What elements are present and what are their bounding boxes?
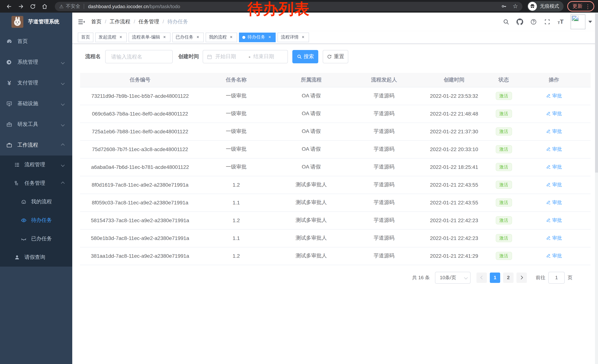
help-icon[interactable] [530, 18, 537, 25]
sidebar-item-label: 研发工具 [17, 121, 38, 128]
approve-link[interactable]: 审批 [546, 217, 562, 224]
sidebar-item-label: 我的流程 [31, 198, 52, 205]
cell-process: 测试多审批人 [272, 194, 350, 211]
cell-task-name: 1.1 [200, 229, 272, 247]
cell-status: 激活 [490, 140, 517, 158]
date-range-picker[interactable]: 开始日期 - 结束日期 [203, 50, 288, 63]
approve-link[interactable]: 审批 [546, 110, 562, 117]
sidebar-item-system[interactable]: 系统管理 [0, 52, 72, 73]
process-name-input[interactable] [105, 50, 173, 63]
key-icon[interactable] [501, 3, 507, 9]
screenshot-stage: ⚠ 不安全 dashboard.yudao.iocoder.cn/bpm/tas… [0, 0, 598, 364]
reload-icon[interactable] [27, 1, 38, 11]
status-badge: 激活 [496, 127, 512, 136]
close-icon[interactable] [300, 35, 306, 40]
breadcrumb-task-mgmt[interactable]: 任务管理 [139, 18, 167, 25]
approve-link[interactable]: 审批 [546, 93, 562, 99]
sidebar-item-task-mgmt[interactable]: 任务管理 [0, 174, 72, 193]
tab-process-detail[interactable]: 流程详情 [277, 32, 309, 42]
close-icon[interactable] [267, 35, 272, 40]
goto-page-input[interactable] [548, 272, 565, 283]
status-badge: 激活 [496, 110, 512, 118]
cell-task-id: 069c6a63-7b8a-11ec-8ef0-acde48001122 [80, 105, 200, 122]
sidebar-item-process-mgmt[interactable]: 流程管理 [0, 155, 72, 174]
cell-task-id: 725a1eb6-7b88-11ec-8ef0-acde48001122 [80, 122, 200, 140]
update-button[interactable]: 更新 ⋮ [567, 1, 594, 11]
approve-link[interactable]: 审批 [546, 235, 562, 242]
approve-link[interactable]: 审批 [546, 252, 562, 259]
home-icon[interactable] [39, 1, 50, 11]
sidebar-item-my-process[interactable]: 我的流程 [0, 193, 72, 211]
table-row: a6aba0a4-7b6d-11ec-b781-acde48001122 一级审… [80, 158, 590, 176]
incognito-label: 无痕模式 [540, 3, 559, 10]
table-row: 069c6a63-7b8a-11ec-8ef0-acde48001122 一级审… [80, 105, 590, 122]
table-row: 381aa1dd-7ac8-11ec-a9e2-a2380e71991a 1.2… [80, 247, 590, 265]
sidebar-item-devtools[interactable]: 研发工具 [0, 114, 72, 135]
approve-link[interactable]: 审批 [546, 146, 562, 153]
cell-status: 激活 [490, 247, 517, 265]
end-date-placeholder[interactable]: 结束日期 [253, 53, 284, 60]
window-scrollbar[interactable] [595, 13, 598, 364]
approve-link[interactable]: 审批 [546, 164, 562, 170]
hamburger-icon[interactable] [78, 18, 85, 25]
sidebar-item-home[interactable]: 首页 [0, 31, 72, 52]
github-icon[interactable] [516, 18, 523, 25]
tab-todo-tasks[interactable]: 待办任务 [239, 32, 276, 42]
sidebar-item-todo-tasks[interactable]: 待办任务 [0, 211, 72, 230]
next-page-button[interactable] [516, 272, 527, 283]
table-row: 580e1b3d-7ac8-11ec-a9e2-a2380e71991a 1.1… [80, 229, 590, 247]
cell-actions: 审批 [517, 211, 590, 229]
tab-my-process[interactable]: 我的流程 [206, 32, 237, 42]
cell-create-time: 2022-01-22 21:37:30 [418, 122, 490, 140]
scrollbar-thumb[interactable] [595, 13, 598, 173]
forward-icon[interactable] [16, 1, 26, 11]
security-label[interactable]: 不安全 [66, 3, 80, 10]
fullscreen-icon[interactable] [544, 18, 551, 25]
approve-link-label: 审批 [552, 235, 562, 242]
table-body: 73211d9d-7b9b-11ec-b5b7-acde48001122 一级审… [80, 87, 590, 265]
tab-start-process[interactable]: 发起流程 [95, 32, 127, 42]
reset-button[interactable]: 重置 [323, 50, 348, 63]
sidebar-item-leave-query[interactable]: 请假查询 [0, 248, 72, 267]
tab-process-form-edit[interactable]: 流程表单-编辑 [129, 32, 170, 42]
avatar[interactable] [571, 15, 585, 29]
tab-home[interactable]: 首页 [78, 32, 93, 42]
start-date-placeholder[interactable]: 开始日期 [215, 53, 246, 60]
sidebar-item-done-tasks[interactable]: 已办任务 [0, 230, 72, 248]
range-separator: - [249, 54, 250, 60]
sidebar-item-workflow[interactable]: 工作流程 [0, 135, 72, 155]
kebab-menu-icon[interactable]: ⋮ [585, 4, 590, 9]
prev-page-button[interactable] [476, 272, 487, 283]
chevron-up-icon [61, 143, 65, 147]
sidebar-item-infra[interactable]: 基础设施 [0, 93, 72, 114]
approve-link[interactable]: 审批 [546, 181, 562, 188]
close-icon[interactable] [162, 35, 167, 40]
cell-task-name: 一级审批 [200, 140, 272, 158]
sidebar-item-payment[interactable]: ¥ 支付管理 [0, 73, 72, 93]
page-button-2[interactable]: 2 [503, 272, 514, 283]
tab-label: 我的流程 [209, 34, 227, 40]
page-size-select[interactable]: 10条/页 [435, 272, 471, 283]
close-icon[interactable] [229, 35, 234, 40]
search-icon[interactable] [503, 18, 509, 25]
cell-actions: 审批 [517, 247, 590, 265]
font-size-icon[interactable]: TT [558, 19, 564, 25]
star-icon[interactable]: ☆ [513, 3, 518, 9]
approve-link-label: 审批 [552, 110, 562, 117]
breadcrumb-home[interactable]: 首页 [91, 18, 110, 25]
eye-closed-icon [21, 236, 27, 242]
chevron-up-icon [61, 181, 65, 185]
approve-link[interactable]: 审批 [546, 199, 562, 206]
back-icon[interactable] [4, 1, 14, 11]
page-button-1[interactable]: 1 [490, 272, 500, 283]
col-starter: 流程发起人 [350, 73, 418, 87]
tab-done-tasks[interactable]: 已办任务 [172, 32, 204, 42]
caret-down-icon[interactable] [588, 21, 592, 23]
cell-task-name: 1.2 [200, 176, 272, 194]
close-icon[interactable] [118, 35, 123, 40]
approve-link[interactable]: 审批 [546, 128, 562, 135]
breadcrumb-workflow[interactable]: 工作流程 [110, 18, 139, 25]
search-button[interactable]: 搜索 [292, 50, 318, 63]
close-icon[interactable] [195, 35, 200, 40]
main-area: 首页 工作流程 任务管理 待办任务 TT 首页 发起流程 [72, 13, 598, 364]
